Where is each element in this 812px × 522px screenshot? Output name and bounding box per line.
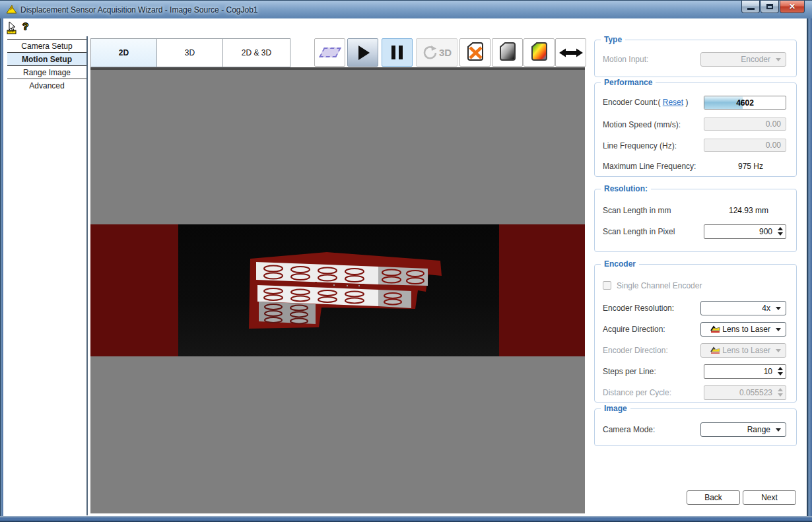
pointer-measure-icon[interactable] xyxy=(7,21,20,36)
steps-per-line-input[interactable] xyxy=(706,366,772,377)
image-viewport xyxy=(90,70,585,513)
help-icon[interactable]: ? xyxy=(22,20,28,32)
window-border-bottom xyxy=(0,516,812,522)
window-border-right xyxy=(807,18,812,522)
group-resolution: Resolution: Scan Length in mm 124.93 mm … xyxy=(594,189,797,252)
group-type: Type Motion Input: Encoder xyxy=(594,40,797,77)
acquire-direction-combo[interactable]: Lens to Laser xyxy=(700,322,786,337)
scan-length-px-label: Scan Length in Pixel xyxy=(603,227,675,236)
rotate-3d-icon: 3D xyxy=(422,45,452,61)
wizard-step-nav: Camera Setup Motion Setup Range Image Ad… xyxy=(7,39,86,92)
color-palette-button[interactable] xyxy=(524,38,555,67)
region-select-button[interactable] xyxy=(314,38,345,67)
nav-item-range-image[interactable]: Range Image xyxy=(7,66,86,79)
back-button[interactable]: Back xyxy=(687,490,740,505)
wizard-window: Displacement Sensor Acquisition Wizard -… xyxy=(0,0,812,522)
rotate-3d-button: 3D xyxy=(416,38,457,67)
distance-per-cycle-input xyxy=(706,387,772,399)
tab-2d-and-3d[interactable]: 2D & 3D xyxy=(222,38,290,67)
camera-mode-label: Camera Mode: xyxy=(603,425,655,434)
group-image: Image Camera Mode: Range xyxy=(594,408,797,446)
app-icon xyxy=(6,4,18,17)
steps-per-line-spinner[interactable] xyxy=(704,364,786,379)
chevron-down-icon xyxy=(776,328,781,331)
camera-mode-combo[interactable]: Range xyxy=(700,422,786,437)
sensor-direction-icon xyxy=(710,346,720,354)
acquire-direction-label: Acquire Direction: xyxy=(603,325,665,334)
chevron-down-icon xyxy=(776,58,781,61)
group-encoder: Encoder Single Channel Encoder Encoder R… xyxy=(594,264,797,403)
no-image-icon xyxy=(465,41,485,64)
range-scan-graphic xyxy=(90,224,585,356)
grayscale-palette-button[interactable] xyxy=(492,38,523,67)
encoder-count-field: 4602 xyxy=(704,96,786,110)
single-channel-label: Single Channel Encoder xyxy=(617,281,702,290)
encoder-direction-combo: Lens to Laser xyxy=(700,343,786,358)
chevron-down-icon xyxy=(776,428,781,432)
chevron-down-icon xyxy=(776,307,781,310)
encoder-count-label-prefix: Encoder Count:( xyxy=(603,98,660,107)
camera-mode-value: Range xyxy=(747,425,770,434)
max-line-frequency-label: Maximum Line Frequency: xyxy=(603,162,696,171)
maximize-button[interactable] xyxy=(761,1,779,13)
motion-input-combo: Encoder xyxy=(700,52,786,67)
nav-item-camera-setup[interactable]: Camera Setup xyxy=(7,40,86,53)
scan-length-px-input[interactable] xyxy=(706,226,772,238)
close-button[interactable]: ✕ xyxy=(780,1,805,13)
reset-link[interactable]: Reset xyxy=(663,98,683,107)
window-border-left xyxy=(0,18,3,522)
titlebar: Displacement Sensor Acquisition Wizard -… xyxy=(0,0,812,18)
scan-length-px-spinner[interactable] xyxy=(704,224,786,239)
scan-length-mm-value: 124.93 mm xyxy=(729,206,768,215)
minimize-icon xyxy=(747,8,755,10)
window-title: Displacement Sensor Acquisition Wizard -… xyxy=(20,5,258,15)
max-line-frequency-value: 975 Hz xyxy=(738,162,763,171)
line-frequency-field: 0.00 xyxy=(704,139,786,152)
grayscale-palette-icon xyxy=(498,41,518,64)
motion-input-value: Encoder xyxy=(741,55,770,64)
region-select-icon xyxy=(319,48,341,57)
fit-width-button[interactable] xyxy=(555,38,586,67)
encoder-resolution-value: 4x xyxy=(762,304,770,313)
scan-length-mm-label: Scan Length in mm xyxy=(603,206,671,215)
motion-speed-label: Motion Speed (mm/s): xyxy=(603,120,681,129)
close-icon: ✕ xyxy=(789,2,795,11)
next-button[interactable]: Next xyxy=(743,490,796,505)
no-image-button[interactable] xyxy=(459,38,491,67)
encoder-count-value: 4602 xyxy=(704,96,786,108)
play-button[interactable] xyxy=(347,38,378,67)
spinner-arrows-icon[interactable] xyxy=(778,367,783,375)
tab-2d[interactable]: 2D xyxy=(90,38,157,67)
range-image-display xyxy=(90,224,585,356)
encoder-direction-label: Encoder Direction: xyxy=(603,346,668,355)
single-channel-checkbox xyxy=(603,281,611,290)
maximize-icon xyxy=(766,4,773,9)
fit-width-icon xyxy=(558,48,584,58)
nav-item-advanced[interactable]: Advanced xyxy=(7,79,86,92)
motion-input-label: Motion Input: xyxy=(603,55,648,64)
encoder-count-label: Encoder Count:( Reset ) xyxy=(603,98,688,107)
group-encoder-heading: Encoder xyxy=(601,259,639,269)
group-performance: Performance Encoder Count:( Reset ) 4602… xyxy=(594,82,797,177)
pause-icon xyxy=(391,46,403,59)
motion-speed-field: 0.00 xyxy=(704,117,786,131)
group-image-heading: Image xyxy=(601,404,630,413)
encoder-resolution-combo[interactable]: 4x xyxy=(700,301,786,315)
line-frequency-label: Line Frequency (Hz): xyxy=(603,141,677,150)
nav-item-motion-setup[interactable]: Motion Setup xyxy=(7,53,86,66)
group-performance-heading: Performance xyxy=(601,78,656,87)
pause-button[interactable] xyxy=(382,38,413,67)
color-palette-icon xyxy=(529,41,549,64)
play-icon xyxy=(358,46,370,60)
encoder-count-label-suffix: ) xyxy=(685,98,688,107)
caption-buttons: ✕ xyxy=(741,1,805,13)
distance-per-cycle-label: Distance per Cycle: xyxy=(603,388,671,397)
top-toolbar: ? xyxy=(0,18,812,36)
minimize-button[interactable] xyxy=(741,1,760,13)
group-resolution-heading: Resolution: xyxy=(601,184,651,193)
distance-per-cycle-spinner xyxy=(704,385,786,400)
chevron-down-icon xyxy=(776,349,781,352)
panel-splitter xyxy=(86,36,88,515)
tab-3d[interactable]: 3D xyxy=(156,38,223,67)
spinner-arrows-icon[interactable] xyxy=(778,227,783,236)
